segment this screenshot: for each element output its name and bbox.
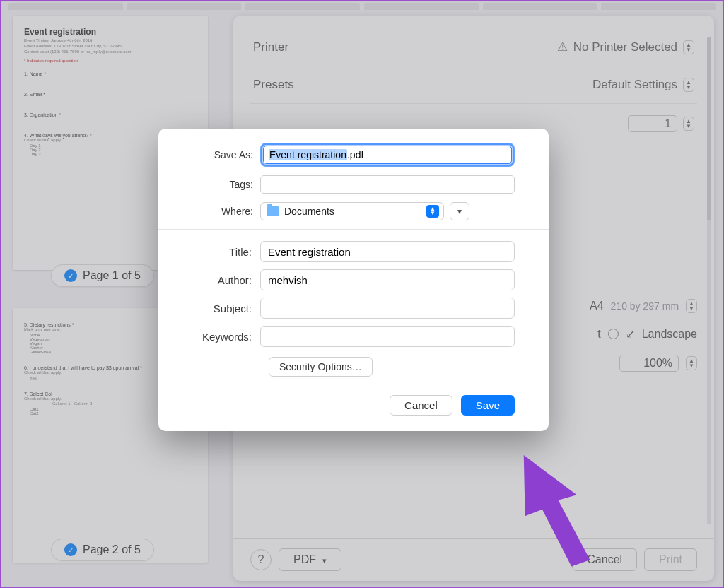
title-label: Title: xyxy=(192,246,260,258)
updown-icon: ▲▼ xyxy=(426,205,439,218)
save-as-input[interactable] xyxy=(263,146,512,164)
keywords-label: Keywords: xyxy=(192,331,260,343)
chevron-down-icon: ▾ xyxy=(457,206,462,216)
annotation-arrow-icon xyxy=(510,448,617,571)
keywords-input[interactable] xyxy=(260,326,515,347)
save-sheet: Save As: Event registration.pdf Tags: Wh… xyxy=(158,129,549,431)
where-value: Documents xyxy=(284,206,334,217)
subject-label: Subject: xyxy=(192,302,260,314)
title-input[interactable] xyxy=(260,241,515,262)
tags-input[interactable] xyxy=(260,175,515,194)
expand-save-button[interactable]: ▾ xyxy=(450,202,469,220)
where-label: Where: xyxy=(192,206,260,217)
security-options-button[interactable]: Security Options… xyxy=(269,357,373,377)
author-label: Author: xyxy=(192,274,260,286)
author-input[interactable] xyxy=(260,269,515,290)
subject-input[interactable] xyxy=(260,298,515,319)
where-popup[interactable]: Documents ▲▼ xyxy=(260,202,444,220)
cancel-button[interactable]: Cancel xyxy=(390,395,452,416)
tags-label: Tags: xyxy=(192,179,260,190)
save-as-label: Save As: xyxy=(192,149,260,160)
folder-icon xyxy=(267,206,279,216)
save-button[interactable]: Save xyxy=(461,395,515,416)
